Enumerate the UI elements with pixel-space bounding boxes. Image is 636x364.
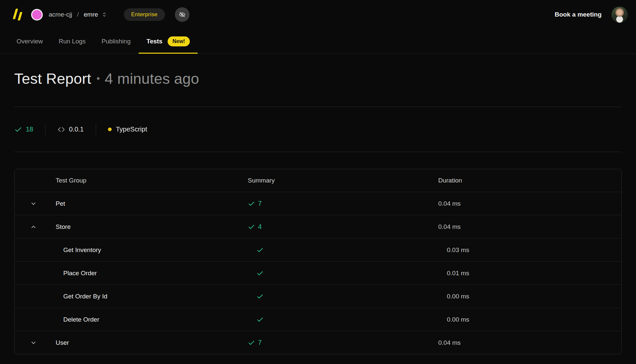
version-number: 0.0.1 bbox=[69, 126, 83, 133]
column-header-summary: Summary bbox=[248, 177, 438, 184]
user-avatar[interactable] bbox=[611, 7, 628, 23]
report-title: Test Report bbox=[14, 70, 91, 87]
page-title: Test Report•4 minutes ago bbox=[14, 70, 622, 87]
main-content: Test Report•4 minutes ago 18 0.0.1 TypeS… bbox=[0, 70, 636, 354]
language-dot-icon bbox=[108, 128, 112, 131]
chevron-down-icon[interactable] bbox=[30, 200, 37, 207]
chevron-up-icon[interactable] bbox=[30, 224, 37, 230]
passed-count: 7 bbox=[258, 200, 262, 207]
tab-label: Publishing bbox=[102, 38, 131, 45]
check-icon bbox=[248, 339, 255, 346]
test-name: Delete Order bbox=[63, 316, 99, 323]
up-down-chevron-icon bbox=[101, 12, 107, 18]
summary-cell bbox=[248, 270, 438, 277]
check-icon bbox=[14, 126, 22, 133]
test-name-cell: Get Inventory bbox=[15, 246, 248, 254]
table-header-row: Test Group Summary Duration bbox=[15, 169, 621, 192]
summary-cell: 7 bbox=[248, 200, 438, 207]
table-body: Pet70.04 msStore40.04 msGet Inventory0.0… bbox=[15, 192, 621, 354]
tab-run-logs[interactable]: Run Logs bbox=[51, 29, 93, 53]
vertical-divider bbox=[45, 124, 45, 135]
test-name: Get Inventory bbox=[63, 246, 101, 254]
test-name-cell: User bbox=[15, 339, 248, 346]
workspace-name: acme-cjj bbox=[49, 11, 72, 18]
test-name-cell: Pet bbox=[15, 200, 248, 207]
divider bbox=[14, 152, 622, 152]
book-a-meeting-link[interactable]: Book a meeting bbox=[555, 11, 602, 18]
passed-count: 4 bbox=[258, 223, 262, 231]
test-name: Place Order bbox=[63, 270, 97, 277]
duration-cell: 0.04 ms bbox=[438, 223, 621, 231]
test-group-row[interactable]: User70.04 ms bbox=[15, 331, 621, 354]
tab-bar: Overview Run Logs Publishing Tests New! bbox=[0, 29, 636, 54]
passed-count: 18 bbox=[26, 126, 33, 133]
check-icon bbox=[256, 316, 264, 323]
title-separator: • bbox=[96, 73, 100, 84]
duration-cell: 0.01 ms bbox=[438, 270, 621, 277]
test-name-cell: Delete Order bbox=[15, 316, 248, 323]
summary-cell bbox=[248, 316, 438, 323]
tab-publishing[interactable]: Publishing bbox=[94, 29, 139, 53]
app-logo-icon[interactable] bbox=[14, 8, 21, 21]
test-case-row: Place Order0.01 ms bbox=[15, 261, 621, 285]
eye-off-icon bbox=[179, 11, 186, 18]
language-name: TypeScript bbox=[116, 126, 147, 133]
summary-cell: 7 bbox=[248, 339, 438, 346]
column-header-test-group: Test Group bbox=[15, 177, 248, 184]
report-timestamp: 4 minutes ago bbox=[105, 70, 199, 87]
test-name-cell: Store bbox=[15, 223, 248, 231]
new-badge: New! bbox=[168, 36, 189, 46]
test-group-row[interactable]: Store40.04 ms bbox=[15, 215, 621, 238]
tab-overview[interactable]: Overview bbox=[9, 29, 51, 53]
test-name: Get Order By Id bbox=[63, 293, 107, 300]
summary-cell: 4 bbox=[248, 223, 438, 231]
language-stat: TypeScript bbox=[108, 126, 147, 133]
breadcrumb-separator: / bbox=[77, 11, 79, 18]
chevron-down-icon[interactable] bbox=[30, 339, 37, 346]
check-icon bbox=[248, 223, 255, 231]
tab-label: Tests bbox=[146, 38, 162, 45]
duration-cell: 0.00 ms bbox=[438, 316, 621, 323]
duration-cell: 0.03 ms bbox=[438, 246, 621, 254]
org-avatar bbox=[31, 9, 43, 21]
test-group-row[interactable]: Pet70.04 ms bbox=[15, 192, 621, 215]
column-header-duration: Duration bbox=[438, 177, 621, 184]
test-report-table: Test Group Summary Duration Pet70.04 msS… bbox=[14, 169, 622, 354]
tab-tests[interactable]: Tests New! bbox=[138, 29, 197, 53]
test-name-cell: Get Order By Id bbox=[15, 293, 248, 300]
duration-cell: 0.04 ms bbox=[438, 339, 621, 346]
check-icon bbox=[256, 270, 264, 277]
tab-label: Overview bbox=[17, 38, 43, 45]
passed-stat: 18 bbox=[14, 126, 33, 133]
test-name: Store bbox=[56, 223, 71, 231]
summary-cell bbox=[248, 293, 438, 300]
check-icon bbox=[256, 293, 264, 300]
plan-badge: Enterprise bbox=[124, 8, 165, 21]
topbar: acme-cjj / emre Enterprise Book a meetin… bbox=[0, 0, 636, 29]
project-name: emre bbox=[84, 11, 98, 18]
duration-cell: 0.04 ms bbox=[438, 200, 621, 207]
check-icon bbox=[256, 246, 264, 254]
version-stat: 0.0.1 bbox=[57, 126, 83, 133]
check-icon bbox=[248, 200, 255, 207]
summary-cell bbox=[248, 246, 438, 254]
test-case-row: Get Inventory0.03 ms bbox=[15, 238, 621, 261]
duration-cell: 0.00 ms bbox=[438, 293, 621, 300]
passed-count: 7 bbox=[258, 339, 262, 346]
vertical-divider bbox=[96, 124, 96, 135]
test-case-row: Get Order By Id0.00 ms bbox=[15, 285, 621, 308]
report-stats: 18 0.0.1 TypeScript bbox=[14, 107, 622, 152]
tab-label: Run Logs bbox=[59, 38, 85, 45]
workspace-switcher[interactable]: acme-cjj / emre bbox=[31, 9, 107, 21]
code-brackets-icon bbox=[57, 126, 65, 133]
eye-off-button[interactable] bbox=[175, 7, 189, 22]
test-case-row: Delete Order0.00 ms bbox=[15, 308, 621, 331]
test-name-cell: Place Order bbox=[15, 270, 248, 277]
test-name: User bbox=[56, 339, 69, 346]
test-name: Pet bbox=[56, 200, 65, 207]
